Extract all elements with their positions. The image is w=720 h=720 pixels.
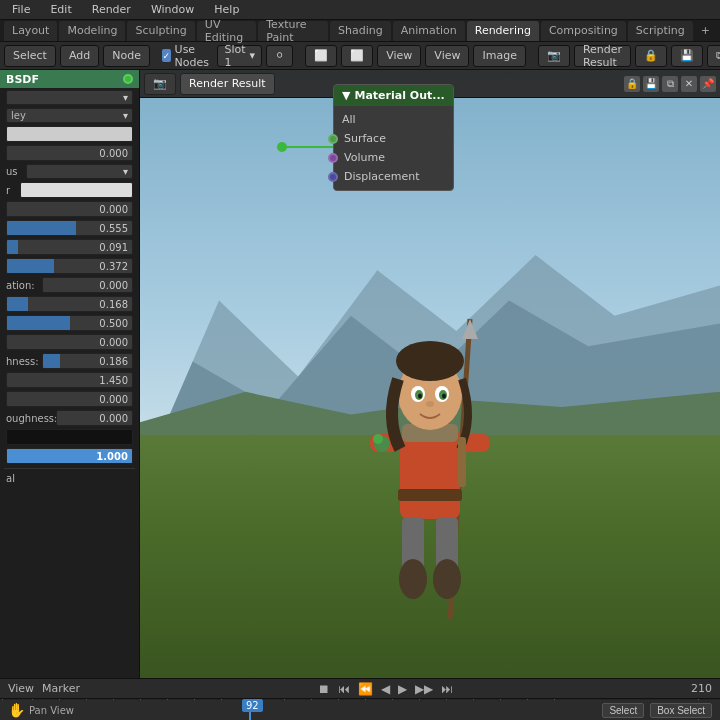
svg-rect-26: [458, 437, 466, 487]
view-menu-button[interactable]: View: [377, 45, 421, 67]
panel-top-bar: BSDF: [0, 70, 139, 88]
node-view-button[interactable]: ⬜: [305, 45, 337, 67]
duplicate-render-button[interactable]: ⧉: [707, 45, 720, 67]
value-bar-1450[interactable]: 1.450: [6, 372, 133, 388]
prop-row-ation: ation: 0.000: [4, 277, 135, 293]
box-select-button[interactable]: Box Select: [650, 703, 712, 718]
menu-render[interactable]: Render: [88, 1, 135, 18]
displacement-socket[interactable]: [328, 172, 338, 182]
value-bar-oughness[interactable]: 0.000: [56, 410, 133, 426]
menu-edit[interactable]: Edit: [46, 1, 75, 18]
dropdown1[interactable]: ▾: [6, 90, 133, 105]
prev-keyframe-button[interactable]: ⏪: [356, 682, 375, 696]
pin-render-icon[interactable]: 📌: [700, 76, 716, 92]
socket-volume[interactable]: Volume: [334, 148, 453, 167]
value-bar-1000[interactable]: 1.000: [6, 448, 133, 464]
workspace-tabs: Layout Modeling Sculpting UV Editing Tex…: [0, 20, 720, 42]
tab-rendering[interactable]: Rendering: [467, 21, 539, 41]
tab-scripting[interactable]: Scripting: [628, 21, 693, 41]
tab-shading[interactable]: Shading: [330, 21, 391, 41]
view2-menu-button[interactable]: View: [425, 45, 469, 67]
value-bar-0b[interactable]: 0.000: [6, 334, 133, 350]
camera-render-button[interactable]: 📷: [144, 73, 176, 95]
tab-compositing[interactable]: Compositing: [541, 21, 626, 41]
svg-point-21: [418, 394, 422, 399]
play-button[interactable]: ▶: [396, 682, 409, 696]
prop-row-dropdown1: ▾: [4, 90, 135, 105]
volume-socket[interactable]: [328, 153, 338, 163]
menu-file[interactable]: File: [8, 1, 34, 18]
socket-all[interactable]: All: [334, 110, 453, 129]
pan-view-label: Pan View: [29, 705, 74, 716]
surface-socket[interactable]: [328, 134, 338, 144]
select-button-bottom[interactable]: Select: [602, 703, 644, 718]
stop-button[interactable]: ⏹: [316, 682, 332, 696]
prev-frame-button[interactable]: ◀: [379, 682, 392, 696]
value-bar-168[interactable]: 0.168: [6, 296, 133, 312]
bsdf-output-socket[interactable]: [123, 74, 133, 84]
tab-sculpting[interactable]: Sculpting: [127, 21, 194, 41]
select-button[interactable]: Select: [4, 45, 56, 67]
camera-icon-button[interactable]: 📷: [538, 45, 570, 67]
frame-end-label: 210: [691, 682, 712, 695]
save-render-icon[interactable]: 💾: [643, 76, 659, 92]
top-menu-bar: File Edit Render Window Help: [0, 0, 720, 20]
dropdown2[interactable]: ley▾: [6, 108, 133, 123]
tab-uv-editing[interactable]: UV Editing: [197, 21, 256, 41]
tab-modeling[interactable]: Modeling: [59, 21, 125, 41]
node-properties: ▾ ley▾ 0.000: [0, 88, 139, 489]
add-workspace-tab-button[interactable]: +: [695, 22, 716, 39]
svg-point-9: [399, 559, 427, 599]
copy-render-icon[interactable]: ⧉: [662, 76, 678, 92]
dropdown3[interactable]: ▾: [26, 164, 133, 179]
socket-displacement[interactable]: Displacement: [334, 167, 453, 186]
use-nodes-label: Use Nodes: [175, 43, 214, 69]
save-render-button[interactable]: 💾: [671, 45, 703, 67]
value-bar-555[interactable]: 0.555: [6, 220, 133, 236]
jump-start-button[interactable]: ⏮: [336, 682, 352, 696]
menu-help[interactable]: Help: [210, 1, 243, 18]
value-bar-hness[interactable]: 0.186: [42, 353, 133, 369]
value-bar-1[interactable]: 0.000: [6, 145, 133, 161]
value-bar-500[interactable]: 0.500: [6, 315, 133, 331]
render-result-label[interactable]: Render Result: [574, 45, 631, 67]
value-bar-ation[interactable]: 0.000: [42, 277, 133, 293]
socket-surface[interactable]: Surface: [334, 129, 453, 148]
image-menu-button[interactable]: Image: [473, 45, 525, 67]
color-swatch-r[interactable]: [20, 182, 133, 198]
lock-render-icon[interactable]: 🔒: [624, 76, 640, 92]
material-output-node[interactable]: ▼ Material Out... All Surface Volume Dis…: [333, 84, 454, 191]
tab-texture-paint[interactable]: Texture Paint: [258, 21, 328, 41]
tab-animation[interactable]: Animation: [393, 21, 465, 41]
current-frame-label: 92: [242, 699, 263, 712]
svg-point-22: [442, 394, 446, 399]
use-nodes-checkbox-label[interactable]: ✓ Use Nodes: [162, 43, 213, 69]
jump-end-button[interactable]: ⏭: [439, 682, 455, 696]
value-bar-zero[interactable]: 0.000: [6, 201, 133, 217]
node-button[interactable]: Node: [103, 45, 150, 67]
sphere-preview-button[interactable]: ⚪: [266, 45, 293, 67]
svg-marker-4: [462, 319, 478, 339]
value-bar-0c[interactable]: 0.000: [6, 391, 133, 407]
svg-point-23: [426, 401, 434, 407]
value-bar-091[interactable]: 0.091: [6, 239, 133, 255]
prop-row-bar-555: 0.555: [4, 220, 135, 236]
menu-window[interactable]: Window: [147, 1, 198, 18]
tab-layout[interactable]: Layout: [4, 21, 57, 41]
color-swatch-black[interactable]: [6, 429, 133, 445]
main-toolbar: Select Add Node ✓ Use Nodes Slot 1 ▾ ⚪ ⬜…: [0, 42, 720, 70]
use-nodes-checkbox[interactable]: ✓: [162, 49, 171, 62]
prop-row-0c: 0.000: [4, 391, 135, 407]
value-bar-372[interactable]: 0.372: [6, 258, 133, 274]
slot-dropdown[interactable]: Slot 1 ▾: [217, 45, 262, 67]
color-swatch-1[interactable]: [6, 126, 133, 142]
prop-row-bar-0: 0.000: [4, 201, 135, 217]
main-area: BSDF ▾ ley▾: [0, 70, 720, 678]
prop-row-bar-0b: 0.000: [4, 334, 135, 350]
node-view2-button[interactable]: ⬜: [341, 45, 373, 67]
render-result-tab[interactable]: Render Result: [180, 73, 275, 95]
close-render-icon[interactable]: ✕: [681, 76, 697, 92]
next-frame-button[interactable]: ▶▶: [413, 682, 435, 696]
lock-button[interactable]: 🔒: [635, 45, 667, 67]
add-button[interactable]: Add: [60, 45, 99, 67]
